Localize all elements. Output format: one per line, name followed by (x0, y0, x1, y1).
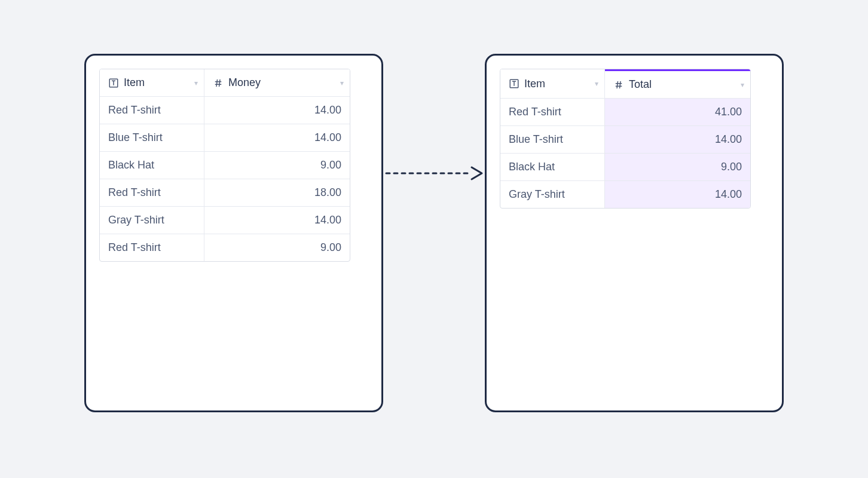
cell-item: Gray T-shirt (500, 181, 605, 208)
cell-value: 14.00 (605, 126, 750, 154)
cell-item: Blue T-shirt (500, 126, 605, 154)
cell-item: Red T-shirt (100, 234, 204, 261)
table-row: Gray T-shirt 14.00 (500, 181, 750, 208)
text-column-icon (108, 78, 119, 88)
cell-value: 14.00 (605, 181, 750, 208)
diagram-stage: Item ▾ Money ▾ (84, 54, 784, 412)
number-column-icon (213, 78, 224, 88)
cell-item: Red T-shirt (100, 97, 204, 124)
cell-value: 9.00 (204, 152, 350, 179)
table-row: Red T-shirt 18.00 (100, 179, 350, 207)
cell-value: 9.00 (605, 154, 750, 181)
dropdown-caret-icon[interactable]: ▾ (595, 79, 598, 88)
table-row: Blue T-shirt 14.00 (500, 126, 750, 154)
column-header-item[interactable]: Item ▾ (500, 69, 605, 99)
cell-value: 14.00 (204, 97, 350, 124)
result-table: Item ▾ Total ▾ (500, 69, 751, 209)
dropdown-caret-icon[interactable]: ▾ (340, 79, 344, 87)
cell-item: Red T-shirt (500, 99, 605, 126)
dropdown-caret-icon[interactable]: ▾ (741, 81, 744, 89)
column-header-label: Money (228, 76, 261, 89)
cell-value: 18.00 (204, 179, 350, 207)
cell-value: 9.00 (204, 234, 350, 261)
transform-arrow (383, 0, 485, 353)
cell-item: Blue T-shirt (100, 124, 204, 152)
source-panel: Item ▾ Money ▾ (84, 54, 383, 412)
table-row: Gray T-shirt 14.00 (100, 207, 350, 234)
text-column-icon (509, 78, 519, 89)
table-row: Black Hat 9.00 (500, 154, 750, 181)
table-row: Red T-shirt 14.00 (100, 97, 350, 124)
table-row: Red T-shirt 41.00 (500, 99, 750, 126)
cell-value: 14.00 (204, 207, 350, 234)
table-row: Red T-shirt 9.00 (100, 234, 350, 261)
column-header-money[interactable]: Money ▾ (204, 69, 350, 97)
cell-item: Red T-shirt (100, 179, 204, 207)
column-header-total[interactable]: Total ▾ (605, 69, 750, 99)
column-header-label: Item (124, 76, 145, 89)
cell-value: 14.00 (204, 124, 350, 152)
column-header-item[interactable]: Item ▾ (100, 69, 204, 97)
cell-item: Gray T-shirt (100, 207, 204, 234)
column-header-label: Item (524, 78, 545, 90)
result-panel: Item ▾ Total ▾ (485, 54, 784, 412)
cell-value: 41.00 (605, 99, 750, 126)
column-header-label: Total (629, 78, 652, 91)
dropdown-caret-icon[interactable]: ▾ (194, 79, 198, 87)
source-table: Item ▾ Money ▾ (99, 69, 350, 262)
cell-item: Black Hat (500, 154, 605, 181)
table-row: Black Hat 9.00 (100, 152, 350, 179)
number-column-icon (613, 79, 624, 90)
table-row: Blue T-shirt 14.00 (100, 124, 350, 152)
cell-item: Black Hat (100, 152, 204, 179)
